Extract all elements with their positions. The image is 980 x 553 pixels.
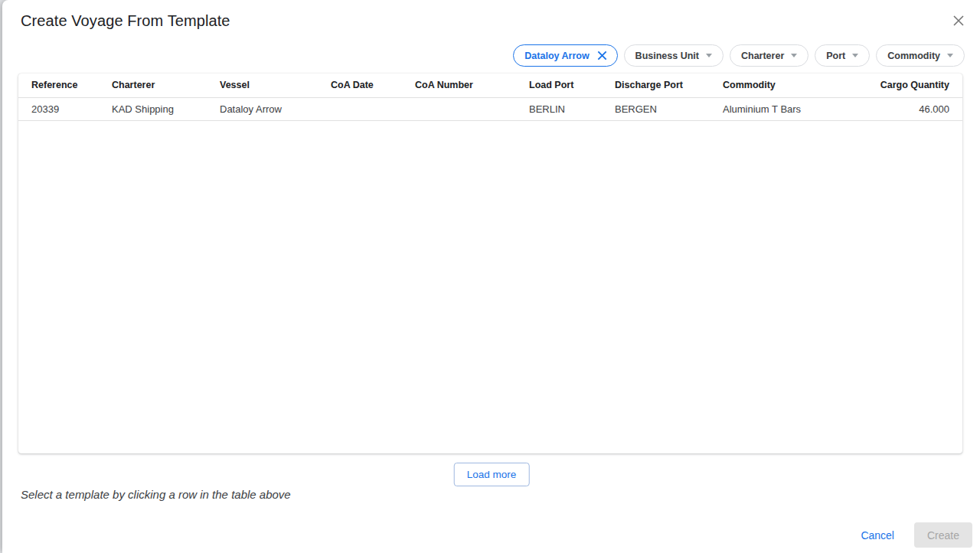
column-header-commodity: Commodity <box>717 74 829 97</box>
create-button[interactable]: Create <box>914 522 972 548</box>
table-header-row: Reference Charterer Vessel CoA Date CoA … <box>18 74 962 97</box>
chevron-down-icon <box>852 54 858 57</box>
column-header-coa-number: CoA Number <box>409 74 523 97</box>
dialog-actions: Cancel Create <box>858 522 972 548</box>
column-header-load-port: Load Port <box>523 74 609 97</box>
cell-discharge-port: BERGEN <box>609 97 717 120</box>
filter-chip-label: Business Unit <box>635 51 699 61</box>
close-icon <box>952 15 965 27</box>
cell-cargo-quantity: 46.000 <box>829 97 962 120</box>
chevron-down-icon <box>791 54 797 57</box>
column-header-vessel: Vessel <box>214 74 325 97</box>
table-row[interactable]: 20339 KAD Shipping Dataloy Arrow BERLIN … <box>18 97 962 120</box>
cell-reference: 20339 <box>18 97 106 120</box>
cell-load-port: BERLIN <box>523 97 609 120</box>
column-header-coa-date: CoA Date <box>325 74 409 97</box>
column-header-charterer: Charterer <box>106 74 214 97</box>
column-header-reference: Reference <box>18 74 106 97</box>
filter-chip-charterer[interactable]: Charterer <box>730 44 808 67</box>
templates-table: Reference Charterer Vessel CoA Date CoA … <box>18 74 962 121</box>
filter-chip-business-unit[interactable]: Business Unit <box>624 44 724 67</box>
instruction-note: Select a template by clicking a row in t… <box>21 488 291 501</box>
cell-coa-number <box>409 97 523 120</box>
load-more-button[interactable]: Load more <box>454 463 530 486</box>
filter-chip-label: Commodity <box>887 51 940 61</box>
filter-chip-vessel-selected[interactable]: Dataloy Arrow <box>513 44 617 67</box>
cell-vessel: Dataloy Arrow <box>214 97 325 120</box>
filter-chip-bar: Dataloy Arrow Business Unit Charterer Po… <box>513 44 965 67</box>
filter-chip-label: Dataloy Arrow <box>524 51 589 61</box>
filter-chip-label: Port <box>826 51 845 61</box>
close-button[interactable] <box>948 10 969 31</box>
filter-chip-port[interactable]: Port <box>815 44 870 67</box>
templates-table-card: Reference Charterer Vessel CoA Date CoA … <box>18 74 962 453</box>
filter-chip-commodity[interactable]: Commodity <box>876 44 965 67</box>
cell-commodity: Aluminium T Bars <box>717 97 829 120</box>
cell-coa-date <box>325 97 409 120</box>
column-header-discharge-port: Discharge Port <box>609 74 717 97</box>
column-header-cargo-quantity: Cargo Quantity <box>829 74 962 97</box>
page-title: Create Voyage From Template <box>21 12 230 30</box>
create-voyage-dialog: Create Voyage From Template Dataloy Arro… <box>2 0 980 553</box>
chevron-down-icon <box>706 54 712 57</box>
chevron-down-icon <box>947 54 953 57</box>
filter-chip-label: Charterer <box>741 51 784 61</box>
clear-filter-icon[interactable] <box>596 50 608 61</box>
cell-charterer: KAD Shipping <box>106 97 214 120</box>
cancel-button[interactable]: Cancel <box>858 523 897 548</box>
